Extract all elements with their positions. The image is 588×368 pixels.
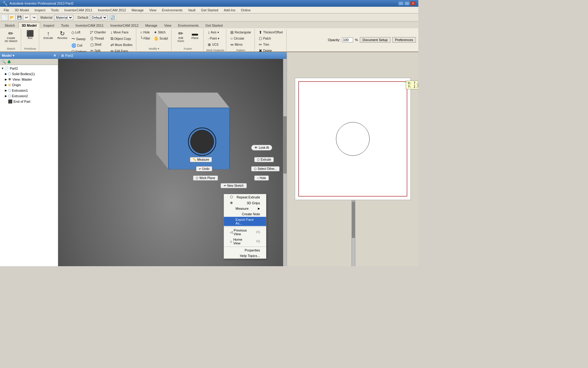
btn-loft[interactable]: ◇Loft: [70, 29, 88, 35]
btn-shell[interactable]: ◻Shell: [89, 42, 108, 48]
tree-item-extrusion1[interactable]: ▶ ⬡ Extrusion1: [1, 88, 57, 93]
scrollbar-v-thumb[interactable]: [283, 116, 287, 174]
btn-axis[interactable]: ↕Axis ▾: [206, 29, 221, 35]
btn-sweep[interactable]: 〜Sweep: [70, 36, 88, 42]
preferences-button[interactable]: Preferences: [392, 37, 416, 43]
menu-3dmodel[interactable]: 3D Model: [12, 8, 32, 13]
qa-open[interactable]: 📂: [9, 14, 15, 21]
radial-undo[interactable]: ↩ Undo: [196, 166, 212, 171]
btn-copy-object[interactable]: ⧉Object Copy: [109, 36, 134, 42]
btn-create-2d-sketch[interactable]: ✏ Create2D Sketch: [3, 29, 19, 44]
material-selector[interactable]: Material: [54, 15, 73, 20]
btn-extrude[interactable]: ↑ Extrude: [42, 29, 55, 40]
look-at-bubble[interactable]: 👁 Look At: [251, 145, 272, 151]
btn-circular[interactable]: ○Circular: [229, 36, 253, 41]
tree-item-origin[interactable]: ▶ ⊕ Origin: [1, 82, 57, 88]
btn-box[interactable]: ⬛ Box: [24, 29, 37, 40]
qa-new[interactable]: 📄: [1, 14, 8, 21]
btn-stitch[interactable]: ✦Stitch: [152, 29, 170, 35]
arrow-view-master[interactable]: ▶: [5, 78, 8, 81]
dropdown-3d-grips[interactable]: ⊕ 3D Grips: [224, 200, 266, 206]
menu-environments[interactable]: Environments: [160, 8, 185, 13]
qa-save[interactable]: 💾: [16, 14, 23, 21]
tab-environments[interactable]: Environments: [175, 22, 202, 28]
dropdown-create-note[interactable]: Create Note: [224, 211, 266, 217]
tab-tools[interactable]: Tools: [58, 22, 72, 28]
radial-work-plane[interactable]: ⬡ Work Plane: [193, 175, 218, 181]
btn-patch[interactable]: ⬡Patch: [257, 36, 284, 41]
tab-inventorcam2012[interactable]: InventorCAM 2012: [107, 22, 142, 28]
btn-plane[interactable]: ▬ Plane: [188, 29, 202, 40]
arrow-part2[interactable]: ▼: [1, 67, 4, 70]
btn-chamfer[interactable]: ◸Chamfer: [89, 29, 108, 35]
tab-inventorcam2011[interactable]: InventorCAM 2011: [72, 22, 107, 28]
arrow-extrusion2[interactable]: ▶: [5, 94, 8, 98]
arrow-solid-bodies[interactable]: ▶: [5, 72, 8, 75]
menu-add-ins[interactable]: Add-Ins: [221, 8, 238, 13]
tree-item-view-master[interactable]: ▶ 👁 View: Master: [1, 77, 57, 82]
btn-coil[interactable]: 🌀Coil: [70, 43, 88, 48]
viewport[interactable]: 👁 Look At 📏 Measure ⬡ Extrude ↩ Undo: [58, 59, 287, 266]
menu-inspect[interactable]: Inspect: [32, 8, 48, 13]
menu-inventorcam2012[interactable]: InventorCAM 2012: [96, 8, 129, 13]
qa-update[interactable]: 🔄: [109, 14, 116, 21]
btn-mirror[interactable]: ⇔Mirror: [229, 42, 253, 48]
dropdown-previous-view[interactable]: ◁ Previous View F5: [224, 228, 266, 237]
close-button[interactable]: ✕: [410, 1, 416, 6]
radial-measure[interactable]: 📏 Measure: [190, 157, 212, 162]
right-panel-scrollbar[interactable]: [352, 200, 355, 266]
document-setup-button[interactable]: Document Setup: [360, 37, 390, 43]
dropdown-repeat-extrude[interactable]: ⬡ Repeat Extrude: [224, 194, 266, 200]
opacity-input[interactable]: [342, 37, 353, 42]
tab-view[interactable]: View: [161, 22, 175, 28]
arrow-extrusion1[interactable]: ▶: [5, 89, 8, 92]
radial-new-sketch[interactable]: ✏ New Sketch: [221, 183, 247, 188]
tree-item-solid-bodies[interactable]: ▶ ⬡ Solid Bodies(1): [1, 71, 57, 77]
tab-get-started[interactable]: Get Started: [202, 22, 226, 28]
menu-tools[interactable]: Tools: [48, 8, 61, 13]
btn-revolve[interactable]: ↻ Revolve: [56, 29, 69, 40]
dropdown-help-topics[interactable]: Help Topics...: [224, 253, 266, 259]
menu-manage[interactable]: Manage: [129, 8, 146, 13]
btn-point[interactable]: ·Point ▾: [206, 36, 221, 41]
menu-file[interactable]: File: [1, 8, 12, 13]
dropdown-home-view[interactable]: ⌂ Home View F6: [224, 237, 266, 246]
btn-sculpt[interactable]: 🖐Sculpt: [152, 36, 170, 41]
btn-fillet[interactable]: ╰Fillet: [139, 36, 152, 41]
style-selector[interactable]: Default: [90, 15, 107, 20]
btn-move-face[interactable]: ↕Move Face: [109, 29, 134, 35]
tree-item-extrusion2[interactable]: ▶ ⬡ Extrusion2: [1, 93, 57, 99]
tab-manage[interactable]: Manage: [142, 22, 161, 28]
radial-hole[interactable]: ○ Hole: [254, 175, 269, 181]
tab-sketch[interactable]: Sketch: [1, 22, 18, 28]
btn-thread[interactable]: ⟨⟩Thread: [89, 36, 108, 41]
tree-item-part2[interactable]: ▼ 📄 Part2: [1, 66, 57, 71]
radial-select-other[interactable]: ⬡ Select Other...: [251, 166, 280, 171]
btn-thicken[interactable]: ⬆Thicken/Offset: [257, 29, 284, 35]
qa-redo[interactable]: ↪: [31, 14, 37, 21]
minimize-button[interactable]: ─: [398, 1, 404, 6]
btn-hole[interactable]: ○Hole: [139, 29, 152, 35]
viewport-scrollbar-v[interactable]: [283, 59, 287, 266]
radial-extrude[interactable]: ⬡ Extrude: [254, 157, 274, 162]
menu-online[interactable]: Online: [239, 8, 253, 13]
menu-vault[interactable]: Vault: [186, 8, 198, 13]
menu-view[interactable]: View: [147, 8, 159, 13]
menu-get-started[interactable]: Get Started: [198, 8, 221, 13]
btn-trim-surface[interactable]: ✂Trim: [257, 42, 284, 48]
tab-inspect[interactable]: Inspect: [40, 22, 58, 28]
dropdown-measure[interactable]: Measure ▶: [224, 206, 266, 211]
panel-filter-btn[interactable]: 🔍: [1, 59, 6, 64]
dropdown-export-face[interactable]: Export Face As...: [224, 217, 266, 226]
right-scrollbar-thumb[interactable]: [352, 201, 355, 238]
btn-ucs[interactable]: ⊕UCS: [206, 42, 221, 48]
menu-inventorcam2011[interactable]: InventorCAM 2011: [62, 8, 95, 13]
panel-tree-btn[interactable]: 🌲: [7, 59, 12, 64]
qa-undo[interactable]: ↩: [23, 14, 30, 21]
dropdown-properties[interactable]: Properties: [224, 247, 266, 253]
btn-edit-form-fusion[interactable]: ✏ EditForm: [174, 29, 187, 44]
tree-item-end-of-part[interactable]: ▶ ⬛ End of Part: [1, 99, 57, 104]
tab-3dmodel[interactable]: 3D Model: [18, 22, 40, 28]
btn-move-bodies[interactable]: ⇄Move Bodies: [109, 42, 134, 48]
maximize-button[interactable]: □: [404, 1, 410, 6]
